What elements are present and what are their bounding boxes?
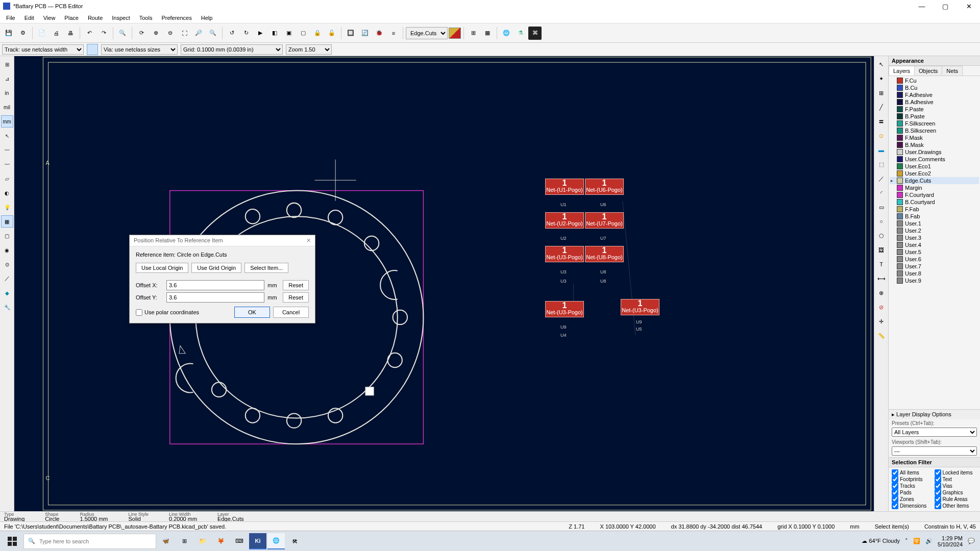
zoom-selector[interactable]: Zoom 1.50 xyxy=(286,44,332,55)
filter-locked-items[interactable]: Locked items xyxy=(935,469,977,476)
taskbar-chrome-icon[interactable]: 🌐 xyxy=(267,533,285,549)
tray-notifications-icon[interactable]: 💬 xyxy=(968,538,975,544)
select-tool-icon[interactable]: ↖ xyxy=(875,58,888,70)
grid-toggle-icon[interactable]: ⊞ xyxy=(1,58,13,70)
taskbar-butterfly-icon[interactable]: 🦋 xyxy=(157,533,175,549)
layer-row-f-courtyard[interactable]: F.Courtyard xyxy=(890,191,979,198)
board-setup-icon[interactable]: ⚙ xyxy=(16,27,30,40)
footprint-editor-icon[interactable]: 🔲 xyxy=(344,27,357,40)
filter-zones[interactable]: Zones xyxy=(892,496,935,503)
layer-row-f-cu[interactable]: F.Cu xyxy=(890,77,979,84)
grid-origin-icon[interactable]: ⊞ xyxy=(467,27,480,40)
poly-tool-icon[interactable]: ⬠ xyxy=(875,230,888,242)
menu-view[interactable]: View xyxy=(39,14,60,22)
zoom-in-icon[interactable]: ⊕ xyxy=(149,27,162,40)
group-icon[interactable]: ▣ xyxy=(282,27,296,40)
menu-inspect[interactable]: Inspect xyxy=(108,14,134,22)
ratsnest-icon[interactable]: 〰 xyxy=(1,144,13,156)
unlock-icon[interactable]: 🔓 xyxy=(325,27,338,40)
use-grid-origin-button[interactable]: Use Grid Origin xyxy=(191,263,241,273)
update-pcb-icon[interactable]: 🔄 xyxy=(358,27,372,40)
reset-y-button[interactable]: Reset xyxy=(283,292,309,303)
keepout-tool-icon[interactable]: ⬚ xyxy=(875,158,888,170)
use-local-origin-button[interactable]: Use Local Origin xyxy=(136,263,188,273)
image-tool-icon[interactable]: 🖼 xyxy=(875,244,888,256)
layer-row-user-7[interactable]: User.7 xyxy=(890,263,979,270)
footprint-u8[interactable]: 1Net-(U8-Pogo) xyxy=(585,246,624,262)
ratsnest-tool-icon[interactable]: ⊞ xyxy=(875,87,888,99)
layer-row-f-silkscreen[interactable]: F.Silkscreen xyxy=(890,120,979,127)
layer-row-user-4[interactable]: User.4 xyxy=(890,241,979,248)
layer-row-f-paste[interactable]: F.Paste xyxy=(890,106,979,113)
taskbar-explorer-icon[interactable]: 📁 xyxy=(194,533,211,549)
filter-dimensions[interactable]: Dimensions xyxy=(892,503,935,509)
route-track-icon[interactable]: ╱ xyxy=(875,101,888,113)
3d-viewer-icon[interactable]: 🌐 xyxy=(500,27,513,40)
zoom-tool-icon[interactable]: 🔍 xyxy=(206,27,219,40)
offset-y-input[interactable] xyxy=(166,292,264,303)
find-icon[interactable]: 🔍 xyxy=(116,27,129,40)
drc-icon[interactable]: 🐞 xyxy=(373,27,386,40)
minimize-button[interactable]: — xyxy=(915,3,929,10)
inches-unit-icon[interactable]: in xyxy=(1,87,13,99)
taskbar-search[interactable]: 🔍 Type here to search xyxy=(23,534,156,549)
dimension-tool-icon[interactable]: ⟷ xyxy=(875,272,888,285)
layer-row-b-silkscreen[interactable]: B.Silkscreen xyxy=(890,127,979,134)
page-settings-icon[interactable]: 📄 xyxy=(35,27,48,40)
wireframe-icon[interactable]: ▱ xyxy=(1,172,13,185)
via-tool-icon[interactable]: ⊙ xyxy=(875,130,888,142)
layer-row-user-6[interactable]: User.6 xyxy=(890,256,979,263)
footprint-u7[interactable]: 1Net-(U7-Pogo) xyxy=(585,212,624,229)
track-width-selector[interactable]: Track: use netclass width xyxy=(2,44,84,55)
layers-manager-icon[interactable]: ◆ xyxy=(1,287,13,299)
highlight-tool-icon[interactable]: ✦ xyxy=(875,72,888,85)
menu-help[interactable]: Help xyxy=(197,14,217,22)
layers-list[interactable]: F.CuB.CuF.AdhesiveB.AdhesiveF.PasteB.Pas… xyxy=(889,76,980,409)
viewports-selector[interactable]: --- xyxy=(892,446,977,456)
layer-row-user-eco1[interactable]: User.Eco1 xyxy=(890,163,979,170)
layer-row-user-2[interactable]: User.2 xyxy=(890,227,979,234)
mils-unit-icon[interactable]: mil xyxy=(1,101,13,113)
layer-row-f-mask[interactable]: F.Mask xyxy=(890,134,979,141)
layer-row-user-9[interactable]: User.9 xyxy=(890,277,979,284)
layer-row-user-3[interactable]: User.3 xyxy=(890,234,979,241)
layer-row-user-5[interactable]: User.5 xyxy=(890,248,979,256)
origin-tool-icon[interactable]: ⊕ xyxy=(875,287,888,299)
taskbar-kicad-icon[interactable]: Ki xyxy=(249,533,266,549)
layer-row-b-mask[interactable]: B.Mask xyxy=(890,141,979,148)
filter-graphics[interactable]: Graphics xyxy=(935,489,977,496)
print-icon[interactable]: 🖨 xyxy=(50,27,63,40)
taskbar-firefox-icon[interactable]: 🦊 xyxy=(212,533,230,549)
footprint-u4[interactable]: 1Net-(U3-Pogo) xyxy=(545,301,584,317)
undo-icon[interactable]: ↶ xyxy=(83,27,96,40)
offset-x-input[interactable] xyxy=(166,280,264,290)
layer-row-b-courtyard[interactable]: B.Courtyard xyxy=(890,198,979,206)
plot-icon[interactable]: 🖶 xyxy=(64,27,77,40)
taskbar-taskview-icon[interactable]: ⊞ xyxy=(176,533,193,549)
taskbar-terminal-icon[interactable]: ⌨ xyxy=(231,533,248,549)
layer-row-edge-cuts[interactable]: ▸Edge.Cuts xyxy=(890,177,979,184)
tray-volume-icon[interactable]: 🔊 xyxy=(925,538,933,544)
tab-objects[interactable]: Objects xyxy=(914,66,942,76)
mirror-icon[interactable]: ◧ xyxy=(268,27,281,40)
contrast-icon[interactable]: ◐ xyxy=(1,187,13,199)
highlight-net-icon[interactable] xyxy=(87,44,98,55)
line-tool-icon[interactable]: ／ xyxy=(875,172,888,185)
layer-row-b-cu[interactable]: B.Cu xyxy=(890,84,979,91)
scripting-icon[interactable]: ▦ xyxy=(481,27,494,40)
ungroup-icon[interactable]: ▢ xyxy=(297,27,310,40)
pad-display-icon[interactable]: ◉ xyxy=(1,244,13,256)
dialog-close-icon[interactable]: ✕ xyxy=(306,237,311,244)
menu-file[interactable]: File xyxy=(2,14,19,22)
ok-button[interactable]: OK xyxy=(234,307,270,318)
filter-icon[interactable]: ≡ xyxy=(387,27,400,40)
rect-tool-icon[interactable]: ▭ xyxy=(875,201,888,213)
grid-selector[interactable]: Grid: 0.1000 mm (0.0039 in) xyxy=(181,44,283,55)
tab-layers[interactable]: Layers xyxy=(889,66,915,76)
layer-display-options[interactable]: ▸ Layer Display Options xyxy=(889,409,980,419)
select-item-button[interactable]: Select Item... xyxy=(244,263,288,273)
filter-other-items[interactable]: Other items xyxy=(935,503,977,509)
rotate-ccw-icon[interactable]: ↺ xyxy=(225,27,238,40)
tray-network-icon[interactable]: 🛜 xyxy=(913,538,920,544)
track-display-icon[interactable]: ／ xyxy=(1,272,13,285)
